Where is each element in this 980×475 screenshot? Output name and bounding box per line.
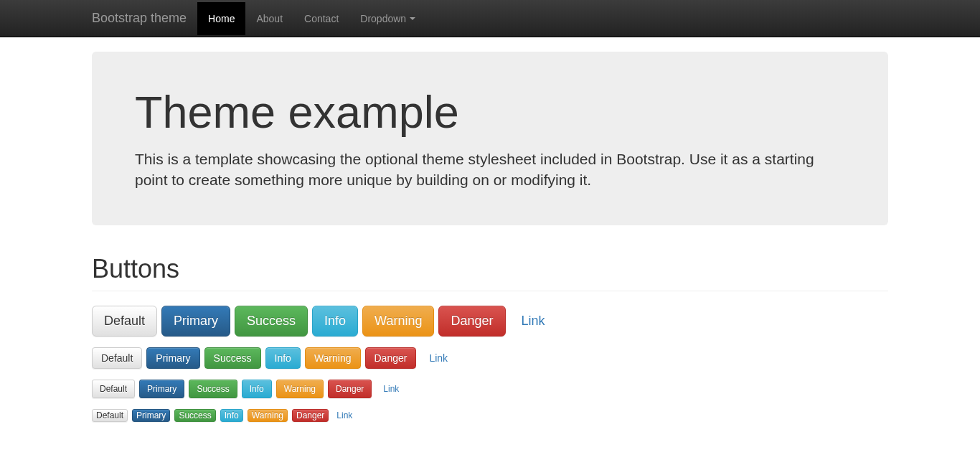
- default-button[interactable]: Default: [92, 380, 135, 398]
- nav-contact[interactable]: Contact: [293, 2, 349, 35]
- default-button[interactable]: Default: [92, 306, 157, 337]
- navbar-brand[interactable]: Bootstrap theme: [81, 0, 197, 37]
- warning-button[interactable]: Warning: [248, 409, 288, 422]
- jumbotron-title: Theme example: [135, 86, 845, 138]
- nav-dropdown[interactable]: Dropdown: [349, 2, 426, 35]
- success-button[interactable]: Success: [204, 347, 261, 369]
- warning-button[interactable]: Warning: [305, 347, 361, 369]
- button-row-xs: Default Primary Success Info Warning Dan…: [92, 409, 888, 422]
- jumbotron: Theme example This is a template showcas…: [92, 52, 888, 225]
- info-button[interactable]: Info: [312, 306, 358, 337]
- danger-button[interactable]: Danger: [292, 409, 329, 422]
- link-button[interactable]: Link: [510, 306, 557, 336]
- danger-button[interactable]: Danger: [438, 306, 505, 337]
- button-row-lg: Default Primary Success Info Warning Dan…: [92, 306, 888, 337]
- caret-down-icon: [410, 17, 415, 20]
- button-row-md: Default Primary Success Info Warning Dan…: [92, 347, 888, 369]
- success-button[interactable]: Success: [189, 380, 237, 398]
- info-button[interactable]: Info: [220, 409, 243, 422]
- link-button[interactable]: Link: [333, 410, 356, 421]
- warning-button[interactable]: Warning: [362, 306, 434, 337]
- button-row-sm: Default Primary Success Info Warning Dan…: [92, 380, 888, 398]
- primary-button[interactable]: Primary: [139, 380, 184, 398]
- info-button[interactable]: Info: [242, 380, 272, 398]
- default-button[interactable]: Default: [92, 409, 128, 422]
- success-button[interactable]: Success: [174, 409, 215, 422]
- default-button[interactable]: Default: [92, 347, 142, 369]
- link-button[interactable]: Link: [376, 380, 406, 398]
- nav-home[interactable]: Home: [197, 2, 245, 35]
- primary-button[interactable]: Primary: [161, 306, 230, 337]
- primary-button[interactable]: Primary: [132, 409, 170, 422]
- nav-about[interactable]: About: [245, 2, 293, 35]
- danger-button[interactable]: Danger: [365, 347, 417, 369]
- navbar-nav: Home About Contact Dropdown: [197, 2, 426, 35]
- nav-dropdown-label: Dropdown: [360, 13, 406, 24]
- primary-button[interactable]: Primary: [146, 347, 199, 369]
- link-button[interactable]: Link: [420, 348, 456, 368]
- section-title-buttons: Buttons: [92, 254, 888, 284]
- warning-button[interactable]: Warning: [276, 380, 324, 398]
- jumbotron-lead: This is a template showcasing the option…: [135, 149, 845, 191]
- info-button[interactable]: Info: [265, 347, 301, 369]
- success-button[interactable]: Success: [235, 306, 308, 337]
- navbar: Bootstrap theme Home About Contact Dropd…: [0, 0, 980, 37]
- page-header-buttons: Buttons: [92, 254, 888, 291]
- danger-button[interactable]: Danger: [328, 380, 372, 398]
